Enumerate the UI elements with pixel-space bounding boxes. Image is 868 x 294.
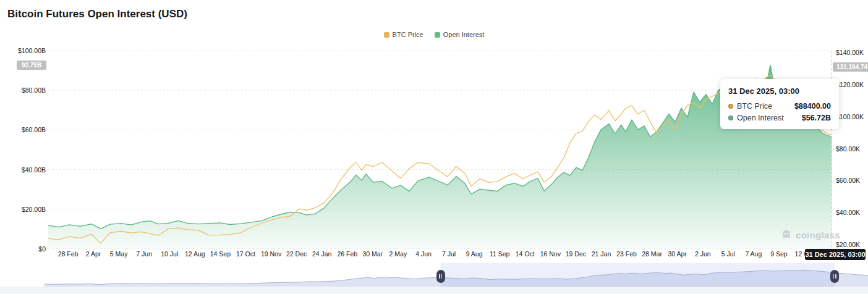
open-interest-area [48,65,832,249]
tooltip-date: 31 Dec 2025, 03:00 [728,86,831,96]
left-y-tick-label: $100.00B [18,47,46,54]
x-tick-label: 19 Dec [566,250,586,258]
x-tick-label: 16 Nov [540,250,561,258]
tooltip-label: Open Interest [737,114,784,122]
btc-price-swatch-icon [384,32,389,38]
x-tick-label: 5 Jul [721,250,735,258]
right-y-tick-label: $80.00K [836,145,860,153]
x-tick-label: 9 Sep [770,250,787,258]
x-tick-label: 10 Jul [161,250,178,258]
legend-label: BTC Price [393,31,423,38]
right-y-tick-label: $100.00K [836,113,864,120]
coinglass-chart-page: Bitcoin Futures Open Interest (USD) BTC … [0,0,868,294]
x-tick-label: 19 Nov [261,250,281,258]
x-tick-label: 2 May [389,250,407,258]
x-axis: 28 Feb2 Apr5 May7 Jun10 Jul12 Aug14 Sep1… [0,250,868,260]
x-tick-label: 5 May [110,250,128,258]
left-y-tick-label: $40.00B [22,166,46,174]
tooltip-row-open-interest: Open Interest $56.72B [728,114,831,122]
x-tick-label: 2 Apr [86,250,101,258]
x-tick-label: 23 Feb [616,250,637,258]
legend-item-btc-price[interactable]: BTC Price [384,31,423,38]
x-tick-label: 12 Aug [185,250,205,258]
x-tick-label: 30 Mar [362,250,383,258]
right-y-tick-label: $40.00K [836,209,860,216]
bottom-strip [0,287,868,294]
x-tick-label: 28 Feb [58,250,79,258]
tooltip-row-btc-price: BTC Price $88400.00 [728,102,831,111]
right-y-tick-label: $140.00K [836,49,864,56]
x-tick-label: 26 Feb [337,250,357,258]
x-tick-label: 14 Sep [210,250,231,258]
tooltip-value: $56.72B [802,114,831,122]
right-axis-current-value-badge: 131,164.74 [833,62,868,72]
chart-tooltip: 31 Dec 2025, 03:00 BTC Price $88400.00 O… [720,79,839,129]
navigator-right-handle[interactable] [830,270,839,283]
x-tick-label: 21 Jan [592,250,611,258]
right-y-tick-label: $20.00K [836,241,860,248]
coinglass-logo-icon [780,229,793,241]
btc-price-dot-icon [728,104,733,109]
right-y-axis: $140.00K$120.00K$100.00K$80.00K$60.00K$4… [836,0,868,259]
tooltip-label: BTC Price [737,102,772,111]
x-tick-label: 9 Aug [466,250,483,258]
coinglass-watermark: coinglass [780,229,840,241]
left-y-tick-label: $20.00B [22,206,46,213]
x-axis-crosshair-date-badge: 31 Dec 2025, 03:00 [805,249,866,260]
x-tick-label: 2 Jun [695,250,711,258]
right-y-tick-label: $60.00K [836,177,860,184]
legend-item-open-interest[interactable]: Open Interest [435,31,485,38]
x-tick-label: 11 Sep [490,250,510,258]
left-y-axis: $100.00B$80.00B$60.00B$40.00B$20.00B$0 [5,0,46,259]
x-tick-label: 7 Jul [442,250,456,258]
x-tick-label: 4 Jun [415,250,432,258]
tooltip-value: $88400.00 [794,102,831,111]
btc-price-line [48,75,832,243]
chart-legend: BTC Price Open Interest [0,31,868,38]
right-y-tick-label: $120.00K [836,81,864,88]
left-y-tick-label: $60.00B [22,126,46,133]
left-y-tick-label: $80.00B [22,86,46,94]
x-tick-label: 24 Jan [312,250,332,258]
open-interest-line [48,65,832,229]
open-interest-swatch-icon [435,32,440,38]
left-axis-current-value-badge: 92.75B [17,61,46,70]
x-tick-label: 30 Apr [668,250,686,258]
x-tick-label: 7 Aug [745,250,762,258]
navigator-left-handle[interactable] [436,270,445,283]
navigator-selected-range[interactable] [441,263,835,287]
open-interest-dot-icon [728,116,733,120]
x-tick-label: 22 Dec [286,250,307,258]
watermark-text: coinglass [796,230,840,240]
x-tick-label: 7 Jun [136,250,152,258]
x-tick-label: 28 Mar [642,250,662,258]
legend-label: Open Interest [443,31,485,38]
x-tick-label: 14 Oct [516,250,535,258]
x-tick-label: 17 Oct [236,250,255,258]
